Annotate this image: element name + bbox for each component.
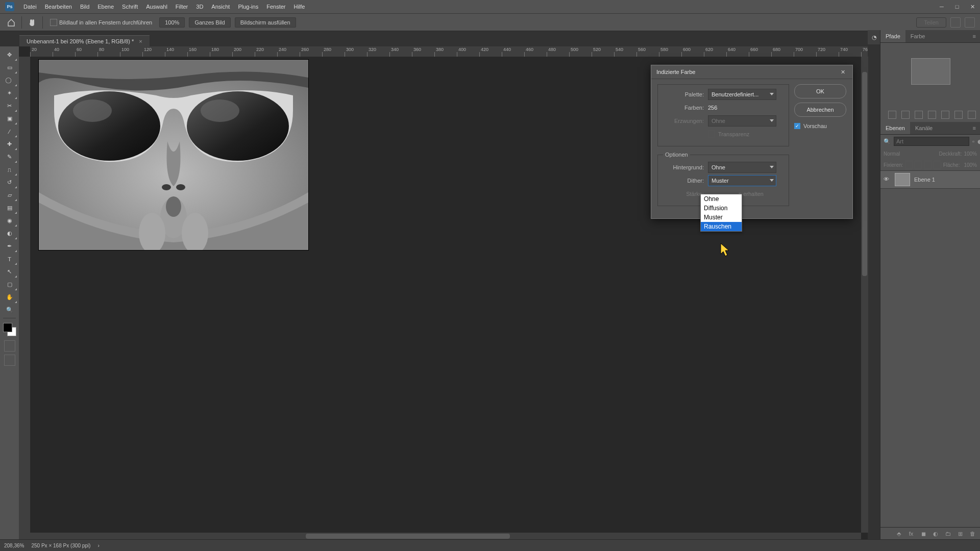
nav-icon-3[interactable] — [915, 111, 923, 119]
gradient-tool[interactable]: ▤ — [2, 202, 17, 214]
link-layers-icon[interactable]: ⬘ — [895, 530, 902, 537]
fill-screen-button[interactable]: Bildschirm ausfüllen — [235, 17, 296, 28]
window-close[interactable]: ✕ — [965, 0, 980, 13]
window-maximize[interactable]: □ — [949, 0, 965, 13]
magic-wand-tool[interactable]: ✶ — [2, 87, 17, 99]
stamp-tool[interactable]: ⎍ — [2, 163, 17, 176]
nav-icon-4[interactable] — [928, 111, 936, 119]
delete-layer-icon[interactable]: 🗑 — [969, 530, 976, 537]
navigator-thumbnail[interactable] — [911, 58, 950, 85]
tab-layers[interactable]: Ebenen — [880, 122, 910, 134]
home-button[interactable] — [5, 16, 17, 29]
fill-value[interactable]: 100% — [964, 162, 977, 168]
nav-icon-2[interactable] — [901, 111, 910, 119]
horizontal-scrollbar[interactable] — [30, 533, 861, 540]
layer-row[interactable]: 👁 Ebene 1 — [880, 170, 980, 189]
lock-nested-icon[interactable] — [924, 161, 932, 169]
dither-option-rauschen[interactable]: Rauschen — [701, 222, 742, 231]
menu-filter[interactable]: Filter — [172, 0, 192, 13]
palette-select[interactable]: Benutzerdefiniert... — [708, 89, 776, 100]
tab-paths[interactable]: Pfade — [880, 30, 905, 42]
nav-icon-6[interactable] — [954, 111, 963, 119]
doc-dimensions[interactable]: 250 Px × 168 Px (300 ppi) — [31, 543, 90, 548]
menu-hilfe[interactable]: Hilfe — [289, 0, 309, 13]
hand-tool[interactable]: ✋ — [2, 291, 17, 304]
pen-tool[interactable]: ✒ — [2, 240, 17, 253]
move-tool[interactable]: ✥ — [2, 48, 17, 61]
zoom-100-button[interactable]: 100% — [159, 17, 185, 28]
preview-checkbox[interactable]: ✓Vorschau — [794, 123, 846, 129]
path-select-tool[interactable]: ↖ — [2, 265, 17, 278]
menu-fenster[interactable]: Fenster — [262, 0, 289, 13]
layer-fx-icon[interactable]: fx — [908, 530, 915, 537]
dither-option-muster[interactable]: Muster — [701, 213, 742, 222]
healing-tool[interactable]: ✚ — [2, 138, 17, 151]
dither-select[interactable]: Muster — [708, 175, 776, 186]
window-minimize[interactable]: ─ — [934, 0, 949, 13]
color-swatches[interactable] — [2, 322, 17, 337]
lasso-tool[interactable]: ⃝ — [2, 74, 17, 87]
menu-plug-ins[interactable]: Plug-ins — [234, 0, 262, 13]
ok-button[interactable]: OK — [794, 84, 846, 98]
nav-icon-1[interactable] — [888, 111, 896, 119]
menu-ebene[interactable]: Ebene — [93, 0, 118, 13]
dither-option-ohne[interactable]: Ohne — [701, 194, 742, 204]
layers-menu-icon[interactable]: ≡ — [969, 122, 980, 134]
menu-3d[interactable]: 3D — [192, 0, 207, 13]
nav-icon-delete[interactable] — [968, 111, 976, 119]
filter-adjust-icon[interactable]: ◐ — [977, 138, 980, 145]
lock-pixels-icon[interactable] — [905, 161, 913, 169]
collapsed-panel-icon[interactable]: ◔ — [868, 30, 880, 44]
crop-tool[interactable]: ✂ — [2, 99, 17, 112]
screenmode-button[interactable] — [4, 355, 15, 366]
blend-mode-select[interactable]: Normal — [884, 151, 900, 157]
eraser-tool[interactable]: ▱ — [2, 189, 17, 202]
close-tab-icon[interactable]: × — [139, 38, 142, 44]
menu-schrift[interactable]: Schrift — [118, 0, 142, 13]
dither-option-diffusion[interactable]: Diffusion — [701, 204, 742, 213]
nav-icon-5[interactable] — [941, 111, 949, 119]
opacity-value[interactable]: 100% — [964, 151, 977, 157]
tab-channels[interactable]: Kanäle — [910, 122, 938, 134]
zoom-tool[interactable]: 🔍 — [2, 304, 17, 316]
layer-filter-input[interactable] — [894, 137, 969, 146]
layer-mask-icon[interactable]: ◼ — [920, 530, 927, 537]
search-icon[interactable] — [950, 17, 961, 28]
layer-thumbnail[interactable] — [895, 173, 910, 186]
lock-position-icon[interactable] — [915, 161, 922, 169]
layer-name[interactable]: Ebene 1 — [914, 177, 935, 183]
cancel-button[interactable]: Abbrechen — [794, 103, 846, 117]
new-layer-icon[interactable]: ⊞ — [957, 530, 964, 537]
colors-input[interactable]: 256 — [708, 105, 717, 111]
vertical-scrollbar[interactable] — [861, 57, 868, 533]
workspace-icon[interactable] — [965, 17, 975, 28]
fit-screen-button[interactable]: Ganzes Bild — [189, 17, 230, 28]
adjustment-layer-icon[interactable]: ◐ — [932, 530, 939, 537]
canvas-image[interactable] — [39, 60, 308, 250]
dodge-tool[interactable]: ◐ — [2, 227, 17, 240]
document-tab[interactable]: Unbenannt-1 bei 208% (Ebene 1, RGB/8) *× — [19, 35, 150, 47]
quickmask-button[interactable] — [4, 340, 15, 352]
dialog-close-button[interactable]: ✕ — [838, 67, 847, 77]
eyedropper-tool[interactable]: ⁄ — [2, 125, 17, 138]
history-brush-tool[interactable]: ↺ — [2, 176, 17, 189]
status-arrow-icon[interactable]: › — [97, 543, 99, 548]
layer-group-icon[interactable]: 🗀 — [944, 530, 951, 537]
filter-pixel-icon[interactable]: ▫ — [972, 138, 974, 145]
type-tool[interactable]: T — [2, 253, 17, 265]
marquee-tool[interactable]: ▭ — [2, 61, 17, 74]
menu-auswahl[interactable]: Auswahl — [142, 0, 172, 13]
share-button[interactable]: Teilen — [916, 17, 946, 28]
menu-ansicht[interactable]: Ansicht — [207, 0, 234, 13]
brush-tool[interactable]: ✎ — [2, 151, 17, 163]
frame-tool[interactable]: ▣ — [2, 112, 17, 125]
menu-bild[interactable]: Bild — [76, 0, 93, 13]
visibility-icon[interactable]: 👁 — [884, 176, 891, 183]
lock-all-icon[interactable] — [934, 161, 941, 169]
menu-datei[interactable]: Datei — [19, 0, 41, 13]
menu-bearbeiten[interactable]: Bearbeiten — [41, 0, 76, 13]
blur-tool[interactable]: ◉ — [2, 214, 17, 227]
tab-color[interactable]: Farbe — [905, 30, 930, 42]
matte-select[interactable]: Ohne — [708, 162, 776, 173]
panel-menu-icon[interactable]: ≡ — [969, 30, 980, 42]
